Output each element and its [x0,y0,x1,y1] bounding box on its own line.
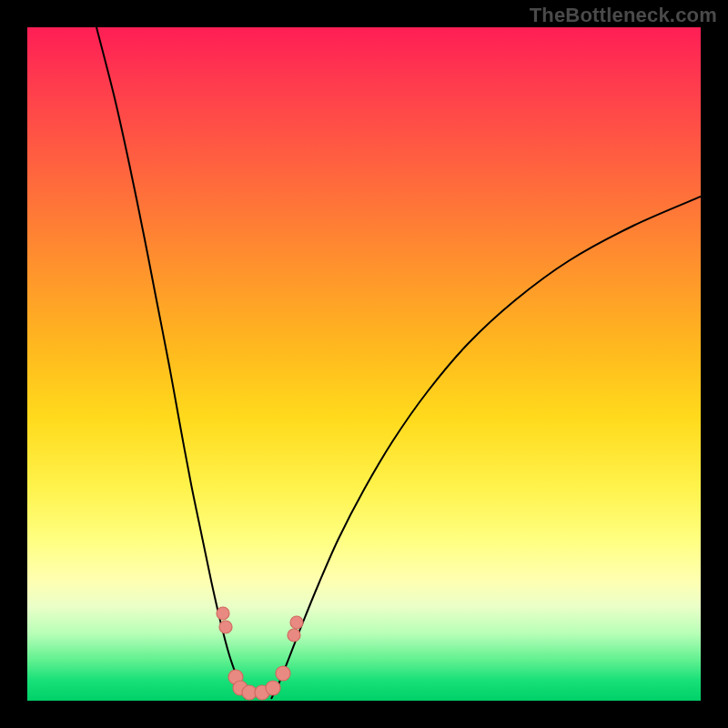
plot-area [27,27,701,701]
right-curve [271,197,701,699]
data-marker [276,666,290,681]
data-marker [288,629,300,642]
left-curve [96,27,246,699]
data-marker [266,681,280,695]
data-marker [219,621,232,633]
data-marker [217,607,229,620]
chart-frame: TheBottleneck.com [0,0,728,728]
data-marker [290,616,303,629]
curves-svg [27,27,701,701]
watermark-label: TheBottleneck.com [530,4,717,27]
